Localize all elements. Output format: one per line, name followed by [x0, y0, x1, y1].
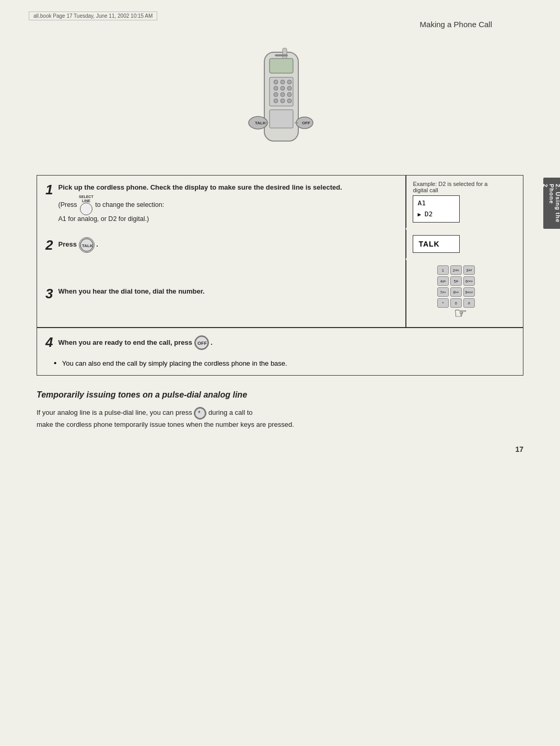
svg-rect-15 [283, 48, 287, 59]
svg-text:OFF: OFF [197, 341, 207, 346]
svg-point-9 [274, 92, 278, 97]
step1-left: 1 Pick up the cordless phone. Check the … [37, 176, 406, 230]
page-number: 17 [31, 445, 523, 453]
step1-analog-digital: A1 for analog, or D2 for digital.) [58, 215, 149, 223]
side-tab: 2. Using thePhone2 [543, 178, 560, 229]
step1-instruction: Pick up the cordless phone. Check the di… [58, 183, 342, 193]
svg-point-8 [287, 86, 291, 90]
step4-row: 4 When you are ready to end the call, pr… [37, 328, 523, 355]
star-icon: * [194, 407, 206, 419]
step1-subtext: (Press SELECTLINE to change the selectio… [58, 195, 342, 223]
key-1: 1 [437, 265, 449, 275]
step4-before-label: When you are ready to end the call, pres… [58, 339, 192, 346]
step2-period: . [96, 241, 98, 249]
step3-instruction: When you hear the dial tone, dial the nu… [58, 287, 204, 297]
key-8: 8tuv [450, 287, 462, 297]
phone-image-area: TALK OFF [31, 44, 529, 159]
section-body2: during a call to [208, 409, 253, 417]
step4-period: . [211, 339, 213, 346]
talk-display: TALK [413, 235, 460, 253]
step1-change-label: to change the selection: [95, 201, 164, 208]
keypad-grid: 1 2abc 3def 4ghi 5jkl 6mno 7prs 8tuv 9wx… [437, 265, 475, 308]
bullet-icon: • [54, 358, 56, 367]
section-body: If your analog line is a pulse-dial line… [37, 407, 523, 430]
display-line-d2: D2 [417, 209, 455, 220]
step2-left: 2 Press TALK . [37, 230, 406, 260]
step1-press-label: (Press [58, 201, 77, 208]
step1-display: A1 D2 [413, 195, 460, 223]
svg-point-3 [274, 80, 278, 84]
svg-text:TALK: TALK [255, 121, 266, 125]
step2-instruction: Press TALK . [58, 237, 98, 253]
select-line-button [80, 203, 92, 215]
svg-point-10 [281, 92, 285, 97]
hand-pointer-icon: ☞ [454, 305, 467, 322]
phone-svg: TALK OFF [228, 47, 332, 157]
svg-point-5 [287, 80, 291, 84]
svg-rect-1 [270, 59, 293, 73]
svg-rect-17 [275, 54, 288, 56]
key-4: 4ghi [437, 276, 449, 286]
step3-left: 3 When you hear the dial tone, dial the … [37, 260, 406, 328]
table-row: 2 Press TALK . [37, 230, 523, 260]
svg-text:*: * [198, 410, 201, 417]
table-row: 3 When you hear the dial tone, dial the … [37, 260, 523, 328]
step3-right: 1 2abc 3def 4ghi 5jkl 6mno 7prs 8tuv 9wx… [406, 260, 505, 327]
key-6: 6mno [463, 276, 475, 286]
step4-container: 4 When you are ready to end the call, pr… [37, 328, 523, 376]
file-info: all.book Page 17 Tuesday, June 11, 2002 … [29, 11, 157, 20]
step4-text: When you are ready to end the call, pres… [58, 339, 212, 346]
section-heading: Temporarily issuing tones on a pulse-dia… [37, 390, 523, 400]
step2-right: TALK [406, 230, 505, 258]
svg-point-6 [274, 86, 278, 90]
step4-bullet: • You can also end the call by simply pl… [37, 355, 523, 375]
step1-right: Example: D2 is selected for a digital ca… [406, 176, 505, 228]
instructions-area: 1 Pick up the cordless phone. Check the … [37, 175, 523, 376]
section-body1: If your analog line is a pulse-dial line… [37, 409, 192, 417]
display-line-a1: A1 [417, 198, 455, 209]
step2-press-label: Press [58, 241, 76, 249]
main-content: 1 Pick up the cordless phone. Check the … [37, 175, 523, 376]
svg-text:TALK: TALK [82, 243, 93, 248]
section-body3: make the cordless phone temporarily issu… [37, 421, 294, 428]
svg-point-11 [287, 92, 291, 97]
step4-number: 4 [45, 335, 53, 349]
key-7: 7prs [437, 287, 449, 297]
step3-keypad-area: 1 2abc 3def 4ghi 5jkl 6mno 7prs 8tuv 9wx… [413, 265, 499, 322]
svg-rect-16 [270, 110, 293, 128]
svg-point-4 [281, 80, 285, 84]
select-line-label: SELECTLINE [79, 195, 94, 203]
step1-number: 1 [45, 183, 53, 196]
key-star: * [437, 298, 449, 308]
select-line-icon: SELECTLINE [79, 195, 94, 215]
steps-table: 1 Pick up the cordless phone. Check the … [37, 175, 523, 328]
step3-number: 3 [45, 287, 53, 300]
key-3: 3def [463, 265, 475, 275]
svg-text:OFF: OFF [302, 121, 310, 125]
svg-point-13 [281, 99, 285, 103]
svg-point-7 [281, 86, 285, 90]
step2-number: 2 [45, 238, 53, 252]
step4-bullet-text: You can also end the call by simply plac… [62, 359, 287, 367]
key-9: 9wxyz [463, 287, 475, 297]
svg-point-12 [274, 99, 278, 103]
key-5: 5jkl [450, 276, 462, 286]
table-row: 1 Pick up the cordless phone. Check the … [37, 176, 523, 230]
talk-icon: TALK [79, 237, 95, 253]
key-2: 2abc [450, 265, 462, 275]
step1-example-label: Example: D2 is selected for a digital ca… [413, 181, 499, 193]
svg-point-14 [287, 99, 291, 103]
off-icon: OFF [194, 335, 209, 350]
